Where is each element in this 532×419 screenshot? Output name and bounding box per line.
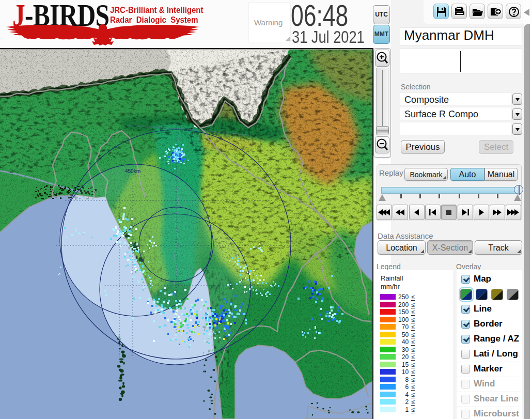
svg-text:450km: 450km bbox=[125, 168, 140, 174]
